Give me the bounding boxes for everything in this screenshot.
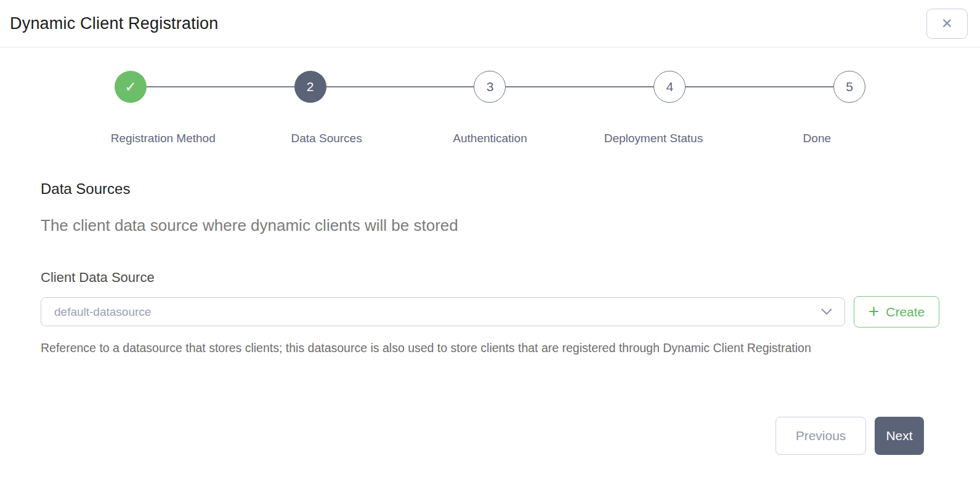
step-data-sources: 2	[221, 71, 400, 103]
step-indicator-active[interactable]: 2	[294, 71, 326, 103]
page-title: Dynamic Client Registration	[10, 14, 219, 33]
step-indicator[interactable]: 4	[654, 71, 686, 103]
client-data-source-select[interactable]: default-datasource	[41, 297, 845, 326]
field-help-text: Reference to a datasource that stores cl…	[41, 341, 939, 355]
close-icon: ✕	[941, 17, 953, 31]
step-authentication: 3	[400, 71, 580, 103]
create-datasource-button[interactable]: + Create	[854, 296, 939, 327]
client-data-source-label: Client Data Source	[41, 270, 939, 286]
section-heading: Data Sources	[41, 180, 939, 198]
step-indicator[interactable]: 3	[474, 71, 506, 103]
step-deployment-status: 4	[580, 71, 759, 103]
stepper-labels: Registration Method Data Sources Authent…	[41, 103, 939, 145]
close-button[interactable]: ✕	[926, 9, 968, 39]
client-data-source-row: default-datasource + Create	[41, 296, 939, 327]
stepper-track: ✓ 2 3 4 5	[41, 71, 939, 103]
modal-header: Dynamic Client Registration ✕	[0, 0, 980, 47]
section-subheading: The client data source where dynamic cli…	[41, 216, 939, 235]
step-label-deployment-status: Deployment Status	[572, 132, 735, 145]
wizard-stepper: ✓ 2 3 4 5 Registration Method Data Sourc…	[0, 47, 980, 145]
step-registration-method: ✓	[41, 71, 221, 103]
step-indicator[interactable]: 5	[833, 71, 865, 103]
step-label-authentication: Authentication	[408, 132, 572, 145]
chevron-down-icon	[821, 308, 832, 315]
step-indicator-completed[interactable]: ✓	[115, 71, 147, 103]
select-value: default-datasource	[54, 305, 151, 319]
step-content: Data Sources The client data source wher…	[0, 180, 980, 455]
check-icon: ✓	[124, 79, 136, 95]
previous-button[interactable]: Previous	[775, 417, 866, 455]
step-label-registration-method: Registration Method	[81, 132, 245, 145]
step-label-data-sources: Data Sources	[245, 132, 408, 145]
create-button-label: Create	[886, 305, 925, 319]
next-button[interactable]: Next	[875, 417, 924, 455]
step-done: 5	[759, 71, 939, 103]
step-label-done: Done	[735, 132, 899, 145]
wizard-footer: Previous Next	[41, 417, 980, 455]
